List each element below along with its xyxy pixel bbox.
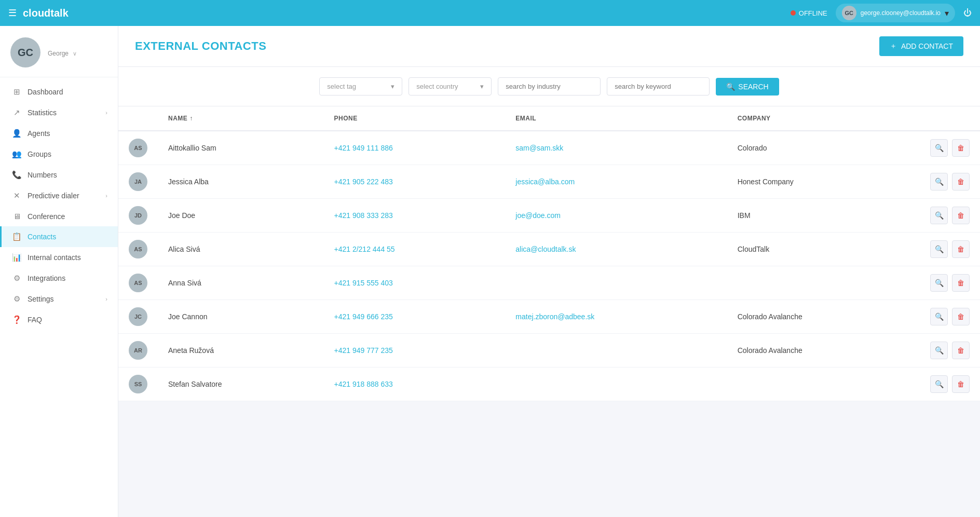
offline-dot-icon bbox=[791, 10, 796, 16]
search-keyword-input[interactable] bbox=[607, 77, 710, 96]
chevron-right-icon: › bbox=[105, 296, 107, 302]
settings-icon: ⚙ bbox=[12, 294, 21, 304]
select-country-dropdown[interactable]: select country ▾ bbox=[409, 77, 492, 96]
main-header: EXTERNAL CONTACTS ＋ ADD CONTACT bbox=[118, 26, 980, 67]
delete-contact-button[interactable]: 🗑 bbox=[952, 207, 970, 224]
avatar: GC bbox=[842, 6, 856, 20]
contact-phone[interactable]: +421 905 222 483 bbox=[323, 165, 505, 199]
sidebar-item-dashboard[interactable]: ⊞ Dashboard bbox=[0, 81, 118, 102]
sidebar-item-groups[interactable]: 👥 Groups bbox=[0, 144, 118, 165]
delete-contact-button[interactable]: 🗑 bbox=[952, 274, 970, 292]
filters-bar: select tag ▾ select country ▾ 🔍 SEARCH bbox=[118, 67, 980, 106]
view-contact-button[interactable]: 🔍 bbox=[930, 308, 948, 325]
sidebar-item-predictive-dialer[interactable]: ✕ Predictive dialer › bbox=[0, 185, 118, 206]
statistics-icon: ↗ bbox=[12, 108, 21, 117]
contact-company: Colorado Avalanche bbox=[727, 300, 918, 334]
contact-actions: 🔍 🗑 bbox=[918, 165, 980, 199]
table-row: JA Jessica Alba +421 905 222 483 jessica… bbox=[118, 165, 980, 199]
contact-company bbox=[727, 266, 918, 300]
integrations-icon: ⚙ bbox=[12, 274, 21, 283]
contact-company: CloudTalk bbox=[727, 233, 918, 266]
contact-avatar-cell: AR bbox=[118, 334, 158, 368]
sidebar-profile: GC George ∨ bbox=[0, 26, 118, 77]
table-row: SS Stefan Salvatore +421 918 888 633 🔍 🗑 bbox=[118, 368, 980, 401]
contact-email[interactable] bbox=[505, 368, 727, 401]
contact-email[interactable]: sam@sam.skk bbox=[505, 131, 727, 165]
sidebar-item-label: Internal contacts bbox=[28, 253, 81, 262]
contact-name: Aneta Ružová bbox=[158, 334, 323, 368]
table-row: AS Anna Sivá +421 915 555 403 🔍 🗑 bbox=[118, 266, 980, 300]
contact-phone[interactable]: +421 949 666 235 bbox=[323, 300, 505, 334]
sidebar-item-label: Groups bbox=[28, 150, 51, 158]
sidebar-item-faq[interactable]: ❓ FAQ bbox=[0, 309, 118, 330]
contact-email[interactable]: joe@doe.com bbox=[505, 199, 727, 233]
contact-actions: 🔍 🗑 bbox=[918, 199, 980, 233]
delete-contact-button[interactable]: 🗑 bbox=[952, 375, 970, 393]
contact-name: Anna Sivá bbox=[158, 266, 323, 300]
search-icon: 🔍 bbox=[726, 83, 735, 91]
contact-email[interactable] bbox=[505, 334, 727, 368]
contact-actions: 🔍 🗑 bbox=[918, 368, 980, 401]
contact-avatar-cell: JC bbox=[118, 300, 158, 334]
avatar: JD bbox=[129, 206, 147, 225]
view-contact-button[interactable]: 🔍 bbox=[930, 240, 948, 258]
col-email: EMAIL bbox=[505, 106, 727, 131]
contact-phone[interactable]: +421 915 555 403 bbox=[323, 266, 505, 300]
sidebar-item-contacts[interactable]: 📋 Contacts bbox=[0, 226, 118, 247]
contact-company bbox=[727, 368, 918, 401]
search-button[interactable]: 🔍 SEARCH bbox=[716, 78, 779, 96]
user-menu[interactable]: GC george.clooney@cloudtalk.io ▾ bbox=[836, 4, 955, 22]
sidebar-item-agents[interactable]: 👤 Agents bbox=[0, 123, 118, 144]
delete-contact-button[interactable]: 🗑 bbox=[952, 139, 970, 157]
contact-email[interactable]: matej.zboron@adbee.sk bbox=[505, 300, 727, 334]
contact-name: Alica Sivá bbox=[158, 233, 323, 266]
view-contact-button[interactable]: 🔍 bbox=[930, 139, 948, 157]
view-contact-button[interactable]: 🔍 bbox=[930, 173, 948, 191]
sidebar-item-integrations[interactable]: ⚙ Integrations bbox=[0, 268, 118, 289]
power-icon[interactable]: ⏻ bbox=[963, 8, 972, 18]
contact-actions: 🔍 🗑 bbox=[918, 131, 980, 165]
sidebar-item-internal-contacts[interactable]: 📊 Internal contacts bbox=[0, 247, 118, 268]
delete-contact-button[interactable]: 🗑 bbox=[952, 308, 970, 325]
contact-actions: 🔍 🗑 bbox=[918, 266, 980, 300]
contact-name: Aittokallio Sam bbox=[158, 131, 323, 165]
delete-contact-button[interactable]: 🗑 bbox=[952, 342, 970, 359]
table-row: JC Joe Cannon +421 949 666 235 matej.zbo… bbox=[118, 300, 980, 334]
contact-phone[interactable]: +421 908 333 283 bbox=[323, 199, 505, 233]
add-contact-button[interactable]: ＋ ADD CONTACT bbox=[879, 36, 963, 56]
contact-phone[interactable]: +421 2/212 444 55 bbox=[323, 233, 505, 266]
delete-contact-button[interactable]: 🗑 bbox=[952, 240, 970, 258]
sidebar-item-settings[interactable]: ⚙ Settings › bbox=[0, 289, 118, 309]
avatar: AS bbox=[129, 139, 147, 157]
table-row: AR Aneta Ružová +421 949 777 235 Colorad… bbox=[118, 334, 980, 368]
view-contact-button[interactable]: 🔍 bbox=[930, 375, 948, 393]
contact-name: Joe Doe bbox=[158, 199, 323, 233]
contact-email[interactable]: alica@cloudtalk.sk bbox=[505, 233, 727, 266]
view-contact-button[interactable]: 🔍 bbox=[930, 274, 948, 292]
contact-name: Joe Cannon bbox=[158, 300, 323, 334]
contact-phone[interactable]: +421 949 777 235 bbox=[323, 334, 505, 368]
sidebar-item-numbers[interactable]: 📞 Numbers bbox=[0, 165, 118, 185]
search-industry-input[interactable] bbox=[498, 77, 601, 96]
view-contact-button[interactable]: 🔍 bbox=[930, 207, 948, 224]
sidebar-item-label: Conference bbox=[28, 212, 65, 221]
contact-company: Colorado bbox=[727, 131, 918, 165]
table-header-row: NAME ↑ PHONE EMAIL COMPANY bbox=[118, 106, 980, 131]
select-tag-dropdown[interactable]: select tag ▾ bbox=[319, 77, 402, 96]
top-navigation: ☰ cloudtalk OFFLINE GC george.clooney@cl… bbox=[0, 0, 980, 26]
contact-email[interactable] bbox=[505, 266, 727, 300]
contact-actions: 🔍 🗑 bbox=[918, 233, 980, 266]
contacts-icon: 📋 bbox=[12, 232, 21, 241]
contact-avatar-cell: SS bbox=[118, 368, 158, 401]
sidebar-item-conference[interactable]: 🖥 Conference bbox=[0, 206, 118, 226]
contact-phone[interactable]: +421 949 111 886 bbox=[323, 131, 505, 165]
username-button[interactable]: George ∨ bbox=[48, 48, 77, 57]
delete-contact-button[interactable]: 🗑 bbox=[952, 173, 970, 191]
view-contact-button[interactable]: 🔍 bbox=[930, 342, 948, 359]
hamburger-icon[interactable]: ☰ bbox=[8, 7, 17, 19]
contact-email[interactable]: jessica@alba.com bbox=[505, 165, 727, 199]
sidebar-item-statistics[interactable]: ↗ Statistics › bbox=[0, 102, 118, 123]
col-name[interactable]: NAME ↑ bbox=[158, 106, 323, 131]
contact-phone[interactable]: +421 918 888 633 bbox=[323, 368, 505, 401]
col-phone: PHONE bbox=[323, 106, 505, 131]
